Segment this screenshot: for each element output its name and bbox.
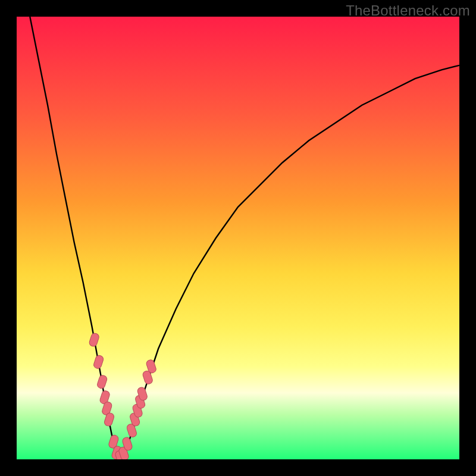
curve-marker	[93, 355, 104, 369]
marker-group	[89, 333, 157, 459]
chart-frame: TheBottleneck.com	[0, 0, 476, 476]
curve-marker	[89, 333, 100, 347]
curve-marker	[96, 374, 108, 389]
plot-area	[17, 17, 459, 459]
bottleneck-chart	[17, 17, 459, 459]
bottleneck-curve	[30, 17, 459, 459]
